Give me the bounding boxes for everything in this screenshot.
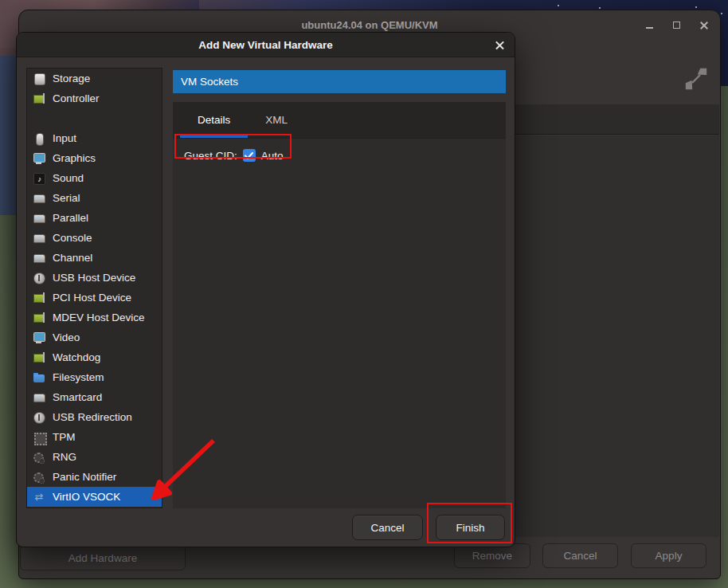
- monitor-icon: [33, 152, 45, 165]
- sidebar-item-label: Parallel: [53, 212, 88, 224]
- sidebar-item-storage[interactable]: Storage: [27, 69, 162, 88]
- sidebar-item-channel[interactable]: Channel: [27, 248, 162, 268]
- cancel-button[interactable]: Cancel: [352, 515, 423, 540]
- panel-body: Details XML Guest CID: Auto: [173, 102, 506, 508]
- sidebar-item-label: Graphics: [53, 152, 96, 164]
- sidebar-item-console[interactable]: Console: [27, 228, 162, 248]
- sidebar-item-controller[interactable]: Controller: [27, 88, 162, 108]
- tab-details[interactable]: Details: [180, 102, 248, 138]
- chip-icon: [33, 431, 45, 444]
- sidebar-item-label: Serial: [53, 192, 80, 204]
- speaker-icon: [33, 172, 45, 185]
- tab-details-label: Details: [198, 114, 230, 126]
- add-hardware-label: Add Hardware: [68, 552, 137, 564]
- pci-card-icon: [33, 312, 45, 324]
- folder-icon: [33, 371, 45, 384]
- monitor-icon: [33, 331, 45, 344]
- sidebar-item-label: Storage: [53, 73, 90, 84]
- sidebar-item-watchdog[interactable]: Watchdog: [27, 347, 162, 367]
- pci-card-icon: [33, 92, 45, 105]
- sidebar-item-smartcard[interactable]: Smartcard: [27, 387, 162, 407]
- serial-device-icon: [33, 212, 45, 225]
- window-controls: [644, 10, 709, 40]
- sidebar-item-panic-notifier[interactable]: Panic Notifier: [27, 467, 162, 487]
- sidebar-item-label: Input: [53, 132, 76, 144]
- dialog-title: Add New Virtual Hardware: [198, 39, 333, 51]
- sidebar-item-graphics[interactable]: Graphics: [27, 148, 162, 168]
- serial-device-icon: [33, 391, 45, 404]
- disk-icon: [33, 73, 45, 85]
- sidebar-item-rng[interactable]: RNG: [27, 447, 162, 467]
- finish-label: Finish: [456, 522, 484, 534]
- minimize-icon[interactable]: [644, 20, 655, 30]
- sidebar-item-label: VirtIO VSOCK: [53, 491, 120, 503]
- window-title: ubuntu24.04 on QEMU/KVM: [301, 19, 437, 31]
- panel-header: VM Sockets: [173, 70, 506, 93]
- mouse-icon: [33, 132, 45, 145]
- checkmark-icon: [245, 152, 253, 159]
- sidebar-item-label: Smartcard: [53, 391, 102, 403]
- add-hardware-dialog: Add New Virtual Hardware StorageControll…: [16, 32, 515, 547]
- no-icon: [33, 112, 45, 125]
- tab-strip: Details XML: [173, 102, 506, 139]
- sidebar-item-label: RNG: [53, 451, 76, 463]
- vm-cancel-button[interactable]: Cancel: [542, 543, 618, 568]
- sidebar-item-label: PCI Host Device: [53, 292, 131, 304]
- sidebar-item-virtio-vsock[interactable]: VirtIO VSOCK: [27, 487, 162, 507]
- sidebar-item-label: USB Host Device: [53, 272, 135, 284]
- serial-device-icon: [33, 192, 45, 205]
- sidebar-item-label: Channel: [53, 252, 92, 264]
- guest-cid-label: Guest CID:: [184, 150, 237, 162]
- pci-card-icon: [33, 351, 45, 364]
- pci-card-icon: [33, 292, 45, 304]
- tab-xml-label: XML: [265, 114, 288, 126]
- wallpaper-stars: [558, 5, 559, 6]
- apply-button[interactable]: Apply: [631, 543, 706, 568]
- sidebar-item-label: Controller: [53, 92, 100, 104]
- maximize-icon[interactable]: [671, 20, 682, 30]
- sidebar-item-blank: [27, 108, 162, 128]
- sidebar-item-video[interactable]: Video: [27, 327, 162, 347]
- fullscreen-expand-icon[interactable]: [685, 68, 707, 90]
- panel-header-label: VM Sockets: [181, 76, 238, 88]
- gears-icon: [33, 471, 45, 484]
- dialog-titlebar[interactable]: Add New Virtual Hardware: [17, 33, 515, 57]
- sidebar-item-mdev-host-device[interactable]: MDEV Host Device: [27, 308, 162, 327]
- sidebar-item-label: MDEV Host Device: [53, 312, 145, 323]
- vm-sockets-panel: VM Sockets Details XML Guest CID: Auto: [173, 70, 506, 508]
- sidebar-item-label: Sound: [53, 172, 84, 184]
- close-icon[interactable]: [699, 20, 709, 30]
- sidebar-item-pci-host-device[interactable]: PCI Host Device: [27, 288, 162, 308]
- sidebar-item-label: Filesystem: [53, 371, 104, 383]
- hardware-type-list: StorageControllerInputGraphicsSoundSeria…: [26, 68, 162, 508]
- usb-icon: [33, 411, 45, 424]
- auto-label: Auto: [261, 150, 284, 162]
- sidebar-item-tpm[interactable]: TPM: [27, 427, 162, 447]
- sidebar-item-serial[interactable]: Serial: [27, 188, 162, 208]
- gears-icon: [33, 451, 45, 464]
- guest-cid-row: Guest CID: Auto: [177, 144, 291, 167]
- sidebar-item-filesystem[interactable]: Filesystem: [27, 367, 162, 387]
- sidebar-item-label: Console: [53, 232, 92, 244]
- usb-icon: [33, 272, 45, 284]
- auto-checkbox[interactable]: [243, 149, 256, 162]
- finish-button[interactable]: Finish: [436, 515, 505, 540]
- sidebar-item-sound[interactable]: Sound: [27, 168, 162, 188]
- sidebar-item-label: USB Redirection: [53, 411, 132, 423]
- arrows-swap-icon: [33, 491, 45, 504]
- serial-device-icon: [33, 232, 45, 245]
- sidebar-item-usb-host-device[interactable]: USB Host Device: [27, 268, 162, 288]
- sidebar-item-input[interactable]: Input: [27, 128, 162, 148]
- sidebar-item-label: TPM: [53, 431, 76, 443]
- apply-label: Apply: [656, 550, 683, 562]
- tab-xml[interactable]: XML: [248, 102, 305, 138]
- serial-device-icon: [33, 252, 45, 265]
- vm-cancel-label: Cancel: [563, 550, 597, 562]
- remove-label: Remove: [472, 550, 512, 562]
- dialog-close-icon[interactable]: [494, 39, 506, 51]
- sidebar-item-label: Watchdog: [53, 351, 100, 363]
- sidebar-item-parallel[interactable]: Parallel: [27, 208, 162, 228]
- add-hardware-button[interactable]: Add Hardware: [20, 545, 186, 570]
- sidebar-item-usb-redirection[interactable]: USB Redirection: [27, 407, 162, 427]
- sidebar-item-label: Panic Notifier: [53, 471, 116, 483]
